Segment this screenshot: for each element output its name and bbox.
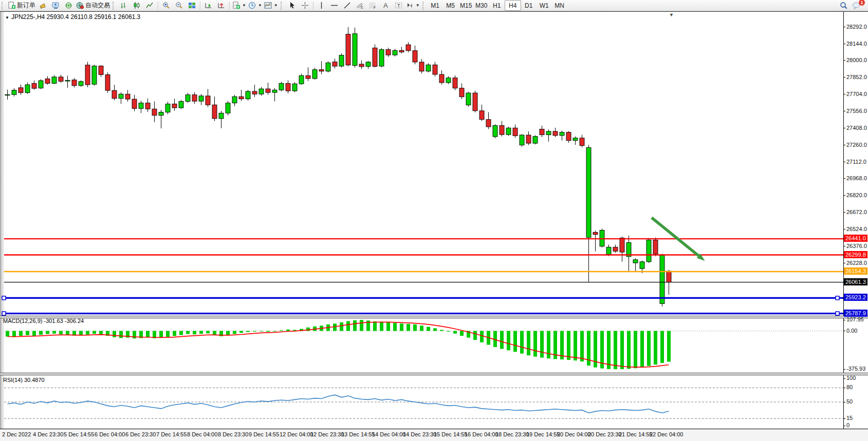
- text-button[interactable]: A: [379, 1, 392, 10]
- zoom-in-button[interactable]: [160, 1, 173, 10]
- signals-icon: [65, 2, 72, 9]
- indicators-button[interactable]: ▼: [231, 1, 247, 10]
- macd-histogram-bar: [199, 331, 203, 334]
- arrows-tool-icon: [406, 2, 414, 9]
- macd-histogram-bar: [26, 331, 29, 335]
- trendline-button[interactable]: [341, 1, 354, 10]
- text-label-icon: T: [395, 2, 402, 9]
- horizontal-line-button[interactable]: [328, 1, 341, 10]
- autotrading-button[interactable]: 自动交易: [75, 1, 111, 10]
- notifications-button[interactable]: 1: [850, 1, 863, 10]
- timeframe-button-h1[interactable]: H1: [489, 1, 505, 10]
- timeframe-button-d1[interactable]: D1: [521, 1, 537, 10]
- candle-body: [406, 45, 411, 51]
- candle-body: [479, 111, 484, 120]
- new-order-button[interactable]: 新订单: [7, 1, 36, 10]
- candle-body: [386, 49, 391, 55]
- macd-histogram-bar: [500, 331, 504, 349]
- candle-body: [553, 131, 558, 136]
- fibonacci-icon: F: [369, 2, 377, 9]
- candle-body: [179, 102, 183, 108]
- templates-button[interactable]: ▼: [263, 1, 279, 10]
- timeframe-label: H1: [493, 2, 501, 9]
- timeframe-button-h4[interactable]: H4: [505, 0, 521, 11]
- main-toolbar: 新订单 自动交易 ▼ ▼ ▼ E F A T ▼ M1M5M15M30H1H4D…: [0, 0, 868, 11]
- new-order-label: 新订单: [17, 1, 35, 10]
- notification-badge: 1: [859, 0, 865, 6]
- timeframe-button-m15[interactable]: M15: [458, 1, 474, 10]
- candle-body: [653, 240, 658, 254]
- candle-body: [433, 65, 437, 74]
- hline-handle: [836, 312, 839, 315]
- trendline-icon: [343, 2, 351, 9]
- candle-body: [660, 255, 664, 303]
- zoom-in-icon: [162, 2, 170, 9]
- toolbar-separator: [313, 2, 313, 10]
- timeframe-button-w1[interactable]: W1: [537, 1, 552, 10]
- candle-body: [586, 148, 591, 238]
- auto-scroll-button[interactable]: [202, 1, 215, 10]
- bar-chart-icon: [120, 2, 128, 9]
- toolbar-grip: [2, 2, 5, 10]
- new-order-icon: [8, 2, 15, 9]
- timeframe-label: W1: [540, 2, 549, 9]
- toolbar-grip: [281, 2, 284, 10]
- bar-chart-button[interactable]: [118, 1, 131, 10]
- tile-windows-icon: [188, 2, 196, 9]
- macd-histogram-bar: [346, 321, 350, 331]
- zoom-out-button[interactable]: [173, 1, 186, 10]
- periods-button[interactable]: ▼: [247, 1, 263, 10]
- crosshair-button[interactable]: [299, 1, 311, 10]
- autotrading-icon: [76, 2, 84, 9]
- timeframe-button-m30[interactable]: M30: [474, 1, 489, 10]
- candle-body: [32, 83, 36, 88]
- candle-body: [580, 138, 584, 146]
- candle-body: [152, 109, 157, 115]
- support-button[interactable]: [49, 1, 62, 10]
- candle-body: [466, 93, 471, 105]
- timeframe-button-mn[interactable]: MN: [552, 1, 567, 10]
- candle-body: [366, 62, 371, 66]
- text-label-button[interactable]: T: [392, 1, 405, 10]
- line-chart-button[interactable]: [143, 1, 156, 10]
- candle-body: [453, 78, 457, 88]
- timeframe-button-m5[interactable]: M5: [443, 1, 458, 10]
- main-panel-bg: [4, 11, 843, 316]
- macd-histogram-bar: [567, 331, 570, 360]
- chart-plot[interactable]: [0, 11, 868, 441]
- macd-histogram-bar: [634, 331, 637, 369]
- chart-shift-icon: [217, 2, 225, 9]
- candlestick-button[interactable]: [131, 1, 143, 10]
- search-button[interactable]: [837, 1, 850, 10]
- timeframe-button-m1[interactable]: M1: [428, 1, 443, 10]
- macd-histogram-bar: [407, 324, 410, 331]
- candle-body: [393, 50, 397, 55]
- candle-body: [279, 83, 284, 90]
- macd-histogram-bar: [453, 331, 457, 334]
- equidistant-channel-button[interactable]: E: [354, 1, 366, 10]
- arrows-tool-button[interactable]: ▼: [405, 1, 421, 10]
- macd-histogram-bar: [99, 331, 103, 334]
- macd-histogram-bar: [19, 331, 23, 336]
- candle-body: [206, 96, 210, 105]
- macd-histogram-bar: [286, 330, 290, 331]
- macd-histogram-bar: [433, 328, 437, 331]
- candle-body: [99, 66, 103, 74]
- cursor-button[interactable]: [286, 1, 299, 10]
- chart-shift-button[interactable]: [215, 1, 228, 10]
- macd-histogram-bar: [614, 331, 617, 370]
- candle-body: [346, 34, 350, 65]
- vertical-line-button[interactable]: [315, 1, 328, 10]
- macd-histogram-bar: [353, 320, 357, 331]
- candle-body: [212, 105, 217, 119]
- signals-button[interactable]: [62, 1, 75, 10]
- macd-histogram-bar: [427, 327, 430, 331]
- chart-window[interactable]: 2 Dec 20224 Dec 23:305 Dec 14:556 Dec 04…: [0, 11, 868, 441]
- megaphone-button[interactable]: [36, 1, 49, 10]
- tile-windows-button[interactable]: [186, 1, 198, 10]
- macd-panel-bg: [4, 318, 843, 373]
- chevron-down-icon: ▼: [274, 3, 278, 8]
- macd-histogram-bar: [533, 331, 537, 357]
- fibonacci-button[interactable]: F: [366, 1, 379, 10]
- chevron-down-icon: ▼: [242, 3, 246, 8]
